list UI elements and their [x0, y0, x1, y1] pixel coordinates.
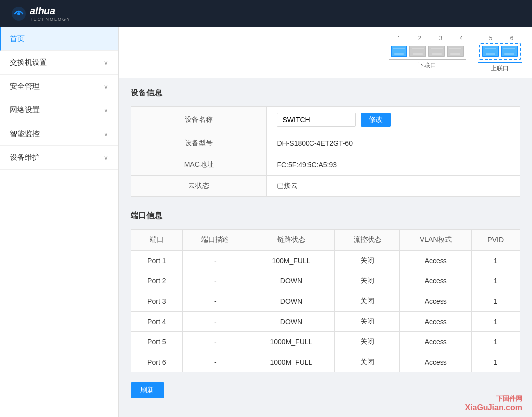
port-connector-5[interactable]	[482, 46, 499, 57]
sidebar-item-home[interactable]: 首页	[0, 27, 118, 51]
cell-link-2: DOWN	[248, 271, 334, 291]
sidebar-item-device-maintenance[interactable]: 设备维护 ∨	[0, 146, 118, 170]
cell-vlan-2: Access	[400, 271, 472, 291]
cell-flow-3: 关闭	[335, 291, 400, 312]
cell-vlan-1: Access	[400, 251, 472, 271]
cell-port-6: Port 6	[131, 352, 183, 372]
table-row: Port 6 - 1000M_FULL 关闭 Access 1	[131, 352, 520, 372]
cell-port-1: Port 1	[131, 251, 183, 271]
table-row: Port 3 - DOWN 关闭 Access 1	[131, 291, 520, 312]
port-num-2: 2	[409, 35, 430, 42]
port-info-table: 端口 端口描述 链路状态 流控状态 VLAN模式 PVID Port 1 - 1…	[131, 229, 520, 372]
cell-port-2: Port 2	[131, 271, 183, 291]
main-content: 1 2 3 4 5 6	[119, 27, 532, 417]
cell-desc-3: -	[182, 291, 248, 312]
group2-label: 上联口	[491, 64, 509, 73]
table-row: Port 5 - 1000M_FULL 关闭 Access 1	[131, 332, 520, 352]
cell-flow-2: 关闭	[335, 271, 400, 291]
col-vlan: VLAN模式	[400, 230, 472, 251]
device-info-table: 设备名称 修改 设备型号 DH-S1800C-4ET2GT-60	[131, 106, 520, 197]
cell-pvid-4: 1	[472, 312, 520, 332]
device-name-input[interactable]	[277, 113, 356, 127]
cell-vlan-6: Access	[400, 352, 472, 372]
port-num-6: 6	[501, 35, 522, 42]
cell-vlan-5: Access	[400, 332, 472, 352]
sidebar-label-security-mgmt: 安全管理	[10, 82, 40, 91]
cell-link-4: DOWN	[248, 312, 334, 332]
cell-flow-4: 关闭	[335, 312, 400, 332]
cell-desc-2: -	[182, 271, 248, 291]
cell-port-4: Port 4	[131, 312, 183, 332]
sidebar-item-smart-monitor[interactable]: 智能监控 ∨	[0, 122, 118, 146]
mac-label: MAC地址	[131, 154, 267, 176]
logo-icon	[10, 5, 28, 23]
sidebar-label-switch-settings: 交换机设置	[10, 58, 47, 67]
cell-flow-6: 关闭	[335, 352, 400, 372]
modify-button[interactable]: 修改	[361, 113, 391, 127]
cell-pvid-2: 1	[472, 271, 520, 291]
device-name-value-cell: 修改	[267, 107, 520, 133]
port-info-title: 端口信息	[131, 211, 520, 221]
port-connector-3[interactable]	[428, 46, 445, 57]
sidebar-item-network-settings[interactable]: 网络设置 ∨	[0, 98, 118, 122]
port-connector-2[interactable]	[409, 46, 426, 57]
cell-pvid-1: 1	[472, 251, 520, 271]
chevron-down-icon: ∨	[104, 59, 108, 66]
table-row: MAC地址 FC:5F:49:5C:A5:93	[131, 154, 520, 176]
refresh-button[interactable]: 刷新	[131, 382, 164, 398]
cell-port-3: Port 3	[131, 291, 183, 312]
cell-link-3: DOWN	[248, 291, 334, 312]
port-num-1: 1	[389, 35, 409, 42]
sidebar: 首页 交换机设置 ∨ 安全管理 ∨ 网络设置 ∨ 智能监控 ∨ 设备维护 ∨	[0, 27, 119, 417]
cell-desc-5: -	[182, 332, 248, 352]
port-num-3: 3	[430, 35, 451, 42]
device-info-title: 设备信息	[131, 88, 520, 98]
table-row: Port 2 - DOWN 关闭 Access 1	[131, 271, 520, 291]
col-flow: 流控状态	[335, 230, 400, 251]
logo-subtitle: TECHNOLOGY	[30, 17, 71, 22]
cell-desc-1: -	[182, 251, 248, 271]
sidebar-label-home: 首页	[10, 34, 25, 44]
cell-desc-4: -	[182, 312, 248, 332]
chevron-down-icon: ∨	[104, 131, 108, 138]
cell-flow-5: 关闭	[335, 332, 400, 352]
table-row: 设备名称 修改	[131, 107, 520, 133]
content-area: 设备信息 设备名称 修改 设备型号 DH-S1800	[119, 78, 532, 408]
sidebar-item-security-mgmt[interactable]: 安全管理 ∨	[0, 75, 118, 98]
watermark-line1: 下固件网	[465, 394, 522, 403]
watermark: 下固件网 XiaGuJian.com	[465, 394, 522, 412]
cell-pvid-6: 1	[472, 352, 520, 372]
header: alhua TECHNOLOGY	[0, 0, 532, 27]
port-connector-6[interactable]	[501, 46, 518, 57]
port-connector-1[interactable]	[391, 46, 407, 57]
sidebar-label-device-maintenance: 设备维护	[10, 153, 40, 162]
device-name-label: 设备名称	[131, 107, 267, 133]
cloud-status-label: 云状态	[131, 176, 267, 197]
port-num-4: 4	[451, 35, 472, 42]
svg-point-1	[17, 12, 20, 15]
table-row: 设备型号 DH-S1800C-4ET2GT-60	[131, 133, 520, 154]
table-header-row: 端口 端口描述 链路状态 流控状态 VLAN模式 PVID	[131, 230, 520, 251]
cell-pvid-3: 1	[472, 291, 520, 312]
cell-desc-6: -	[182, 352, 248, 372]
col-link: 链路状态	[248, 230, 334, 251]
cell-vlan-3: Access	[400, 291, 472, 312]
watermark-line2: XiaGuJian.com	[465, 403, 522, 412]
cloud-status-value: 已接云	[267, 176, 520, 197]
sidebar-item-switch-settings[interactable]: 交换机设置 ∨	[0, 51, 118, 75]
port-connector-4[interactable]	[447, 46, 464, 57]
chevron-down-icon: ∨	[104, 154, 108, 161]
sidebar-label-smart-monitor: 智能监控	[10, 129, 40, 139]
mac-value: FC:5F:49:5C:A5:93	[267, 154, 520, 176]
device-model-label: 设备型号	[131, 133, 267, 154]
cell-pvid-5: 1	[472, 332, 520, 352]
logo-name: alhua	[30, 5, 71, 17]
cell-link-5: 1000M_FULL	[248, 332, 334, 352]
cell-vlan-4: Access	[400, 312, 472, 332]
col-desc: 端口描述	[182, 230, 248, 251]
chevron-down-icon: ∨	[104, 107, 108, 114]
port-num-5: 5	[481, 35, 501, 42]
device-model-value: DH-S1800C-4ET2GT-60	[267, 133, 520, 154]
group1-label: 下联口	[418, 61, 436, 70]
cell-link-6: 1000M_FULL	[248, 352, 334, 372]
